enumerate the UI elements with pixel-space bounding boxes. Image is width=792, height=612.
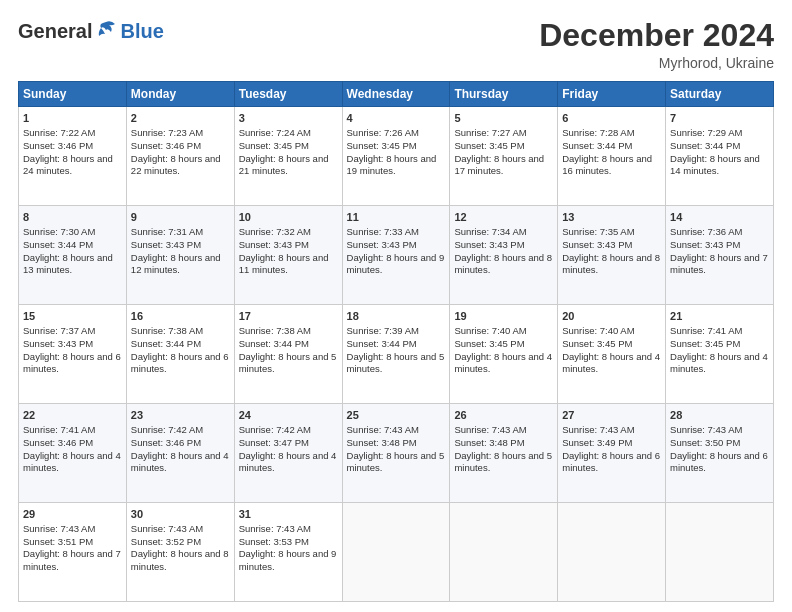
day-number: 18 xyxy=(347,309,446,324)
day-number: 8 xyxy=(23,210,122,225)
calendar-cell: 4Sunrise: 7:26 AMSunset: 3:45 PMDaylight… xyxy=(342,107,450,206)
calendar-cell: 15Sunrise: 7:37 AMSunset: 3:43 PMDayligh… xyxy=(19,305,127,404)
calendar-cell xyxy=(558,503,666,602)
calendar-cell: 3Sunrise: 7:24 AMSunset: 3:45 PMDaylight… xyxy=(234,107,342,206)
day-number: 4 xyxy=(347,111,446,126)
day-number: 23 xyxy=(131,408,230,423)
calendar-cell: 2Sunrise: 7:23 AMSunset: 3:46 PMDaylight… xyxy=(126,107,234,206)
day-number: 17 xyxy=(239,309,338,324)
day-number: 29 xyxy=(23,507,122,522)
calendar-cell: 16Sunrise: 7:38 AMSunset: 3:44 PMDayligh… xyxy=(126,305,234,404)
calendar-cell xyxy=(666,503,774,602)
calendar-week-row: 15Sunrise: 7:37 AMSunset: 3:43 PMDayligh… xyxy=(19,305,774,404)
calendar-cell: 31Sunrise: 7:43 AMSunset: 3:53 PMDayligh… xyxy=(234,503,342,602)
calendar-cell: 14Sunrise: 7:36 AMSunset: 3:43 PMDayligh… xyxy=(666,206,774,305)
calendar-cell: 13Sunrise: 7:35 AMSunset: 3:43 PMDayligh… xyxy=(558,206,666,305)
day-number: 26 xyxy=(454,408,553,423)
calendar-week-row: 1Sunrise: 7:22 AMSunset: 3:46 PMDaylight… xyxy=(19,107,774,206)
day-number: 20 xyxy=(562,309,661,324)
calendar-header-wednesday: Wednesday xyxy=(342,82,450,107)
calendar-header-saturday: Saturday xyxy=(666,82,774,107)
day-number: 27 xyxy=(562,408,661,423)
calendar-cell: 12Sunrise: 7:34 AMSunset: 3:43 PMDayligh… xyxy=(450,206,558,305)
day-number: 10 xyxy=(239,210,338,225)
day-number: 11 xyxy=(347,210,446,225)
day-number: 12 xyxy=(454,210,553,225)
day-number: 22 xyxy=(23,408,122,423)
day-number: 14 xyxy=(670,210,769,225)
calendar-cell: 8Sunrise: 7:30 AMSunset: 3:44 PMDaylight… xyxy=(19,206,127,305)
day-number: 25 xyxy=(347,408,446,423)
logo-bird-icon xyxy=(93,18,119,44)
calendar-cell: 22Sunrise: 7:41 AMSunset: 3:46 PMDayligh… xyxy=(19,404,127,503)
calendar-cell: 29Sunrise: 7:43 AMSunset: 3:51 PMDayligh… xyxy=(19,503,127,602)
calendar-cell: 24Sunrise: 7:42 AMSunset: 3:47 PMDayligh… xyxy=(234,404,342,503)
month-title: December 2024 xyxy=(539,18,774,53)
calendar-cell: 1Sunrise: 7:22 AMSunset: 3:46 PMDaylight… xyxy=(19,107,127,206)
calendar-header-sunday: Sunday xyxy=(19,82,127,107)
day-number: 3 xyxy=(239,111,338,126)
calendar-week-row: 29Sunrise: 7:43 AMSunset: 3:51 PMDayligh… xyxy=(19,503,774,602)
calendar-cell: 5Sunrise: 7:27 AMSunset: 3:45 PMDaylight… xyxy=(450,107,558,206)
header: General Blue December 2024 Myrhorod, Ukr… xyxy=(18,18,774,71)
day-number: 19 xyxy=(454,309,553,324)
calendar-header-row: SundayMondayTuesdayWednesdayThursdayFrid… xyxy=(19,82,774,107)
calendar-table: SundayMondayTuesdayWednesdayThursdayFrid… xyxy=(18,81,774,602)
logo-blue-text: Blue xyxy=(120,20,163,42)
page: General Blue December 2024 Myrhorod, Ukr… xyxy=(0,0,792,612)
calendar-week-row: 8Sunrise: 7:30 AMSunset: 3:44 PMDaylight… xyxy=(19,206,774,305)
calendar-cell: 19Sunrise: 7:40 AMSunset: 3:45 PMDayligh… xyxy=(450,305,558,404)
day-number: 9 xyxy=(131,210,230,225)
day-number: 2 xyxy=(131,111,230,126)
day-number: 5 xyxy=(454,111,553,126)
day-number: 16 xyxy=(131,309,230,324)
calendar-cell: 20Sunrise: 7:40 AMSunset: 3:45 PMDayligh… xyxy=(558,305,666,404)
logo-general-text: General xyxy=(18,20,92,42)
day-number: 31 xyxy=(239,507,338,522)
calendar-cell: 23Sunrise: 7:42 AMSunset: 3:46 PMDayligh… xyxy=(126,404,234,503)
day-number: 21 xyxy=(670,309,769,324)
day-number: 30 xyxy=(131,507,230,522)
calendar-cell: 18Sunrise: 7:39 AMSunset: 3:44 PMDayligh… xyxy=(342,305,450,404)
calendar-header-thursday: Thursday xyxy=(450,82,558,107)
calendar-cell: 27Sunrise: 7:43 AMSunset: 3:49 PMDayligh… xyxy=(558,404,666,503)
calendar-cell: 10Sunrise: 7:32 AMSunset: 3:43 PMDayligh… xyxy=(234,206,342,305)
calendar-cell: 17Sunrise: 7:38 AMSunset: 3:44 PMDayligh… xyxy=(234,305,342,404)
calendar-week-row: 22Sunrise: 7:41 AMSunset: 3:46 PMDayligh… xyxy=(19,404,774,503)
day-number: 28 xyxy=(670,408,769,423)
calendar-cell xyxy=(342,503,450,602)
calendar-cell: 25Sunrise: 7:43 AMSunset: 3:48 PMDayligh… xyxy=(342,404,450,503)
calendar-header-monday: Monday xyxy=(126,82,234,107)
location-subtitle: Myrhorod, Ukraine xyxy=(539,55,774,71)
calendar-cell: 26Sunrise: 7:43 AMSunset: 3:48 PMDayligh… xyxy=(450,404,558,503)
day-number: 6 xyxy=(562,111,661,126)
day-number: 15 xyxy=(23,309,122,324)
calendar-cell: 11Sunrise: 7:33 AMSunset: 3:43 PMDayligh… xyxy=(342,206,450,305)
calendar-cell: 28Sunrise: 7:43 AMSunset: 3:50 PMDayligh… xyxy=(666,404,774,503)
title-area: December 2024 Myrhorod, Ukraine xyxy=(539,18,774,71)
calendar-header-friday: Friday xyxy=(558,82,666,107)
logo: General Blue xyxy=(18,18,164,44)
day-number: 7 xyxy=(670,111,769,126)
calendar-cell: 30Sunrise: 7:43 AMSunset: 3:52 PMDayligh… xyxy=(126,503,234,602)
day-number: 24 xyxy=(239,408,338,423)
day-number: 1 xyxy=(23,111,122,126)
calendar-cell xyxy=(450,503,558,602)
calendar-cell: 7Sunrise: 7:29 AMSunset: 3:44 PMDaylight… xyxy=(666,107,774,206)
day-number: 13 xyxy=(562,210,661,225)
calendar-cell: 9Sunrise: 7:31 AMSunset: 3:43 PMDaylight… xyxy=(126,206,234,305)
calendar-cell: 6Sunrise: 7:28 AMSunset: 3:44 PMDaylight… xyxy=(558,107,666,206)
calendar-cell: 21Sunrise: 7:41 AMSunset: 3:45 PMDayligh… xyxy=(666,305,774,404)
calendar-header-tuesday: Tuesday xyxy=(234,82,342,107)
